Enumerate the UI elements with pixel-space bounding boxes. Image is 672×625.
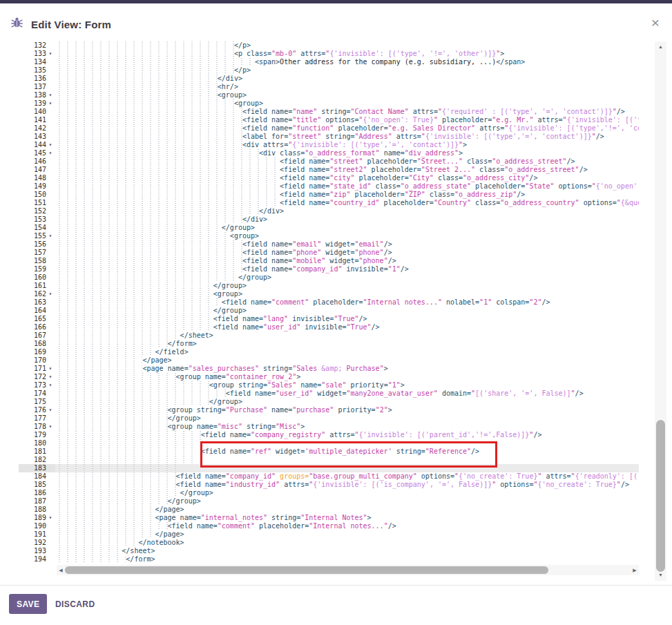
code-line[interactable]: </page> <box>55 530 639 539</box>
code-line[interactable]: <page name="sales_purchases" string="Sal… <box>55 365 639 373</box>
code-line[interactable]: <div class="o_address_format" name="div_… <box>55 149 639 157</box>
code-line[interactable] <box>55 456 639 464</box>
fold-arrow-icon[interactable]: ▾ <box>46 149 55 157</box>
code-line[interactable]: <field name="country_id" placeholder="Co… <box>55 199 639 207</box>
code-line[interactable]: <group> <box>55 91 639 99</box>
code-line[interactable]: <field name="comment" placeholder="Inter… <box>55 522 639 530</box>
code-line[interactable]: </p> <box>55 66 639 75</box>
code-line[interactable]: </sheet> <box>55 547 639 555</box>
scroll-left-arrow-icon[interactable]: ◀ <box>57 565 65 575</box>
line-number: 162▾ <box>19 290 55 298</box>
code-line[interactable]: <field name="phone" widget="phone"/> <box>55 249 639 257</box>
code-line[interactable]: <group string="Purchase" name="purchase"… <box>55 406 639 414</box>
code-line[interactable]: </form> <box>55 340 639 348</box>
line-number: 192 <box>19 539 55 547</box>
line-number: 171▾ <box>19 365 55 373</box>
code-line[interactable]: </page> <box>55 506 639 514</box>
code-line[interactable]: <field name="zip" placeholder="ZIP" clas… <box>55 191 639 199</box>
code-line[interactable] <box>55 464 639 472</box>
vertical-scrollbar[interactable]: ▲ ▼ <box>655 41 666 581</box>
line-number: 185 <box>19 481 55 489</box>
code-line[interactable]: <field name="state_id" class="o_address_… <box>55 182 639 191</box>
code-line[interactable]: <group> <box>55 99 639 108</box>
code-line[interactable]: </page> <box>55 356 639 365</box>
code-line[interactable]: <field name="mobile" widget="phone"/> <box>55 257 639 265</box>
fold-arrow-icon[interactable]: ▾ <box>46 232 55 240</box>
code-line[interactable]: <field name="lang" invisible="True"/> <box>55 315 639 323</box>
horizontal-scrollbar-thumb[interactable] <box>65 566 548 574</box>
line-number: 147 <box>19 166 55 174</box>
code-line[interactable]: <group> <box>55 290 639 298</box>
code-line[interactable]: </group> <box>55 398 639 406</box>
code-line[interactable]: <field name="street" placeholder="Street… <box>55 157 639 166</box>
code-line[interactable]: </form> <box>55 555 639 564</box>
code-line[interactable]: <label for="street" string="Address" att… <box>55 133 639 141</box>
code-line[interactable]: </group> <box>55 273 639 282</box>
code-line[interactable]: </group> <box>55 282 639 290</box>
code-line[interactable]: <hr/> <box>55 83 639 91</box>
discard-button[interactable]: DISCARD <box>48 594 102 614</box>
vertical-scrollbar-thumb[interactable] <box>656 420 665 572</box>
code-line[interactable]: <page name="internal_notes" string="Inte… <box>55 514 639 522</box>
code-line[interactable]: <field name="user_id" invisible="True"/> <box>55 323 639 331</box>
scroll-up-arrow-icon[interactable]: ▲ <box>655 43 666 51</box>
fold-arrow-icon[interactable]: ▾ <box>46 91 55 99</box>
fold-arrow-icon[interactable]: ▾ <box>46 365 55 373</box>
code-line[interactable]: </sheet> <box>55 331 639 340</box>
code-line[interactable]: <field name="ref" widget='multiple_datep… <box>55 448 639 456</box>
line-number: 144▾ <box>19 141 55 149</box>
line-number: 132 <box>19 41 55 50</box>
fold-arrow-icon[interactable]: ▾ <box>46 50 55 58</box>
line-number: 191 <box>19 530 55 539</box>
line-number: 163 <box>19 298 55 307</box>
code-line[interactable]: <field name="title" options="{'no_open':… <box>55 116 639 124</box>
code-line[interactable]: <field name="function" placeholder="e.g.… <box>55 124 639 133</box>
code-line[interactable]: </notebook> <box>55 539 639 547</box>
fold-arrow-icon[interactable]: ▾ <box>46 99 55 108</box>
scroll-down-arrow-icon[interactable]: ▼ <box>655 571 666 579</box>
code-line[interactable]: <group name="misc" string="Misc"> <box>55 423 639 431</box>
line-number: 142 <box>19 124 55 133</box>
fold-arrow-icon[interactable]: ▾ <box>46 514 55 522</box>
code-line[interactable]: </group> <box>55 497 639 506</box>
code-line[interactable]: <field name="company_id" groups="base.gr… <box>55 472 639 481</box>
code-line[interactable]: <field name="company_id" invisible="1"/> <box>55 265 639 273</box>
code-line[interactable]: <field name="industry_id" attrs="{'invis… <box>55 481 639 489</box>
code-line[interactable]: <field name="email" widget="email"/> <box>55 240 639 249</box>
code-line[interactable]: </group> <box>55 224 639 232</box>
code-line[interactable]: </p> <box>55 41 639 50</box>
code-line[interactable]: <field name="company_registry" attrs="{'… <box>55 431 639 439</box>
code-line[interactable]: <group string="Sales" name="sale" priori… <box>55 381 639 390</box>
code-line[interactable]: </group> <box>55 414 639 423</box>
save-button[interactable]: SAVE <box>9 594 47 614</box>
code-line[interactable]: <field name="name" string="Contact Name"… <box>55 108 639 116</box>
line-number: 189▾ <box>19 514 55 522</box>
code-line[interactable]: <group> <box>55 232 639 240</box>
fold-arrow-icon[interactable]: ▾ <box>46 406 55 414</box>
code-line[interactable]: <field name="street2" placeholder="Stree… <box>55 166 639 174</box>
code-line[interactable]: <p class="mb-0" attrs="{'invisible': [('… <box>55 50 639 58</box>
close-icon[interactable]: × <box>647 15 664 31</box>
code-line[interactable]: </group> <box>55 307 639 315</box>
fold-arrow-icon[interactable]: ▾ <box>46 290 55 298</box>
fold-arrow-icon[interactable]: ▾ <box>46 381 55 390</box>
line-number: 165 <box>19 315 55 323</box>
code-area[interactable]: </p><p class="mb-0" attrs="{'invisible':… <box>55 41 639 564</box>
code-line[interactable]: </group> <box>55 489 639 497</box>
code-line[interactable]: </div> <box>55 75 639 83</box>
code-line[interactable]: </div> <box>55 215 639 224</box>
code-line[interactable]: <field name="comment" placeholder="Inter… <box>55 298 639 307</box>
code-line[interactable]: <div attrs="{'invisible': [('type','=', … <box>55 141 639 149</box>
scroll-right-arrow-icon[interactable]: ▶ <box>631 565 639 575</box>
code-line[interactable]: <span>Other address for the company (e.g… <box>55 58 639 66</box>
code-line[interactable] <box>55 439 639 448</box>
horizontal-scrollbar[interactable]: ◀ ▶ <box>57 565 639 575</box>
code-line[interactable]: <field name="user_id" widget="many2one_a… <box>55 390 639 398</box>
code-line[interactable]: </field> <box>55 348 639 356</box>
code-line[interactable]: <field name="city" placeholder="City" cl… <box>55 174 639 182</box>
fold-arrow-icon[interactable]: ▾ <box>46 141 55 149</box>
code-line[interactable]: <group name="container_row_2"> <box>55 373 639 381</box>
code-line[interactable]: </div> <box>55 207 639 215</box>
fold-arrow-icon[interactable]: ▾ <box>46 373 55 381</box>
fold-arrow-icon[interactable]: ▾ <box>46 423 55 431</box>
